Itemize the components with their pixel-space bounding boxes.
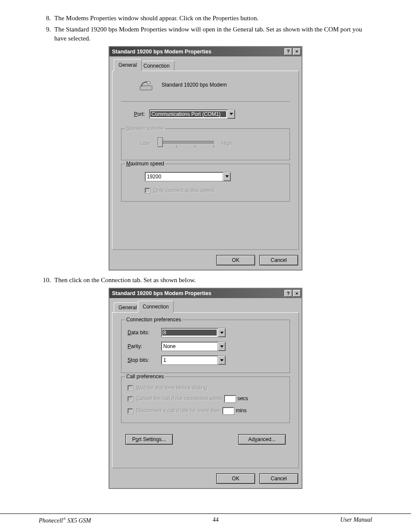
dropdown-arrow-icon: [223, 172, 230, 181]
ok-button[interactable]: OK: [216, 473, 255, 484]
page-number: 44: [212, 516, 218, 524]
databits-value: 8: [162, 330, 217, 336]
stopbits-value: 1: [162, 357, 218, 363]
max-speed-value: 19200: [145, 174, 223, 180]
advanced-button[interactable]: Advanced...: [238, 434, 286, 445]
max-speed-combo[interactable]: 19200: [145, 172, 231, 181]
port-value: Communications Port (COM1): [150, 111, 226, 117]
cancel-call-label: Cancel the call if not connected within: [134, 396, 222, 402]
parity-combo[interactable]: None: [161, 342, 226, 351]
svg-point-1: [147, 81, 150, 84]
tab-connection[interactable]: Connection: [139, 61, 174, 71]
cancel-button[interactable]: Cancel: [259, 473, 298, 484]
wait-dialtone-checkbox[interactable]: [128, 385, 133, 391]
step9-num: 9.: [39, 25, 54, 43]
disconnect-idle-label: Disconnect a call if idle for more than: [134, 408, 221, 414]
titlebar[interactable]: Standard 19200 bps Modem Properties ? ×: [109, 47, 302, 56]
cancel-call-checkbox[interactable]: [128, 396, 133, 402]
only-connect-label: Only connect at this speed: [152, 187, 214, 193]
step-9: 9. The Standard 19200 bps Modem Properti…: [39, 25, 372, 43]
help-button[interactable]: ?: [284, 290, 292, 297]
help-button[interactable]: ?: [284, 48, 292, 55]
dropdown-arrow-icon: [218, 342, 225, 351]
speaker-volume-slider[interactable]: [158, 138, 214, 149]
connprefs-legend: Connection preferences: [125, 317, 182, 323]
disconnect-idle-mins-input[interactable]: [222, 407, 234, 415]
wait-dialtone-label: Wait for dial tone before dialing: [134, 385, 207, 391]
speaker-volume-group: Speaker volume Low High: [121, 128, 290, 160]
titlebar[interactable]: Standard 19200 bps Modem Properties ? ×: [109, 289, 302, 298]
disconnect-idle-checkbox[interactable]: [128, 408, 133, 414]
dialog-title: Standard 19200 bps Modem Properties: [112, 49, 283, 55]
cancel-button[interactable]: Cancel: [259, 255, 298, 265]
max-speed-group: Maximum speed 19200 Only connect at this…: [121, 164, 290, 202]
speaker-high-label: High: [221, 140, 232, 146]
step8-text: The Modems Properties window should appe…: [54, 14, 372, 22]
tab-connection[interactable]: Connection: [138, 301, 174, 313]
modem-properties-dialog-connection: Standard 19200 bps Modem Properties ? × …: [109, 288, 302, 489]
tab-connection-label: Connection: [143, 63, 170, 69]
speaker-legend: Speaker volume: [125, 125, 165, 131]
step10-num: 10.: [39, 276, 54, 284]
tab-general[interactable]: General: [114, 302, 142, 313]
modem-name: Standard 19200 bps Modem: [162, 82, 227, 88]
modem-properties-dialog-general: Standard 19200 bps Modem Properties ? × …: [109, 46, 302, 271]
speaker-low-label: Low: [140, 140, 150, 146]
callprefs-legend: Call preferences: [125, 373, 165, 380]
port-combo[interactable]: Communications Port (COM1): [149, 109, 235, 119]
databits-combo[interactable]: 8: [161, 328, 226, 337]
footer-left: Phonecell® SX5 GSM: [39, 516, 91, 524]
tab-general[interactable]: General: [114, 59, 142, 71]
parity-label: Parity:: [128, 343, 155, 349]
tab-general-label: General: [118, 305, 137, 311]
databits-label: Data bits:: [128, 330, 155, 336]
call-preferences-group: Call preferences Wait for dial tone befo…: [121, 376, 290, 423]
secs-label: secs: [237, 396, 248, 402]
step10-text: Then click on the Connection tab. Set as…: [54, 276, 372, 284]
cancel-call-seconds-input[interactable]: [224, 395, 236, 403]
dropdown-arrow-icon: [227, 110, 235, 118]
stopbits-label: Stop bits:: [128, 357, 155, 363]
only-connect-checkbox[interactable]: [145, 188, 150, 193]
dialog-title: Standard 19200 bps Modem Properties: [112, 290, 283, 296]
dropdown-arrow-icon: [218, 356, 225, 364]
close-button[interactable]: ×: [293, 290, 301, 297]
page-footer: Phonecell® SX5 GSM 44 User Manual: [0, 513, 411, 524]
tab-general-label: General: [118, 62, 137, 68]
maxspeed-legend: Maximum speed: [125, 161, 165, 167]
tab-connection-label: Connection: [143, 304, 169, 310]
step-8: 8. The Modems Properties window should a…: [39, 14, 372, 22]
port-label: Port:: [134, 111, 148, 117]
connection-preferences-group: Connection preferences Data bits: 8 Pari…: [121, 320, 290, 373]
port-settings-button[interactable]: Port Settings...: [125, 434, 173, 445]
ok-button[interactable]: OK: [216, 255, 255, 265]
step9-text: The Standard 19200 bps Modem Properties …: [54, 25, 372, 43]
parity-value: None: [162, 343, 218, 349]
step8-num: 8.: [39, 14, 54, 22]
step-10: 10. Then click on the Connection tab. Se…: [39, 276, 372, 284]
dropdown-arrow-icon: [218, 328, 225, 337]
modem-icon: [138, 77, 154, 93]
stopbits-combo[interactable]: 1: [161, 355, 226, 365]
mins-label: mins: [236, 408, 246, 414]
close-button[interactable]: ×: [293, 48, 301, 55]
footer-right: User Manual: [340, 516, 372, 524]
